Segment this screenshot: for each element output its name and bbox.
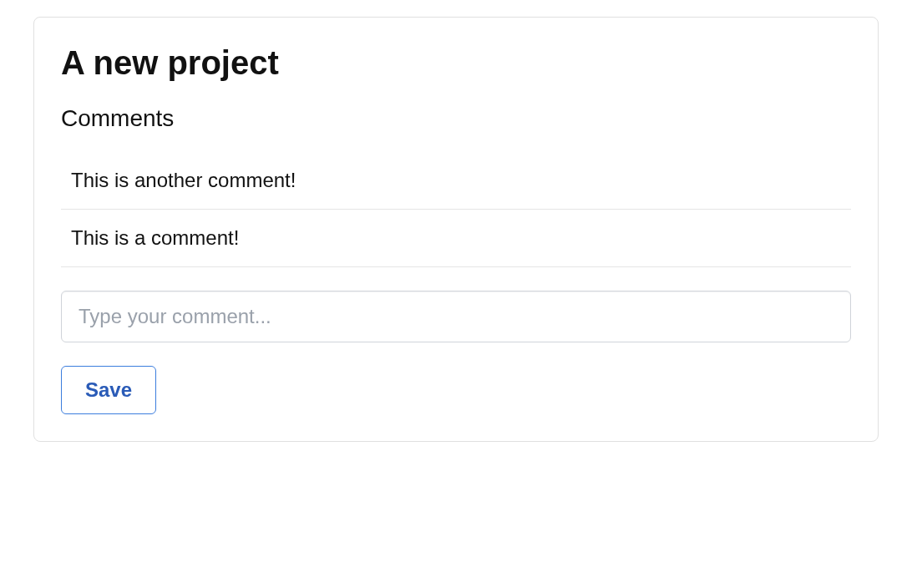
comment-item: This is another comment!: [61, 152, 851, 210]
comment-item: This is a comment!: [61, 210, 851, 267]
project-card: A new project Comments This is another c…: [33, 17, 879, 442]
save-button[interactable]: Save: [61, 366, 156, 414]
comment-input[interactable]: [61, 291, 851, 342]
comments-heading: Comments: [61, 105, 851, 132]
comment-list: This is another comment! This is a comme…: [61, 152, 851, 267]
project-title: A new project: [61, 44, 851, 82]
